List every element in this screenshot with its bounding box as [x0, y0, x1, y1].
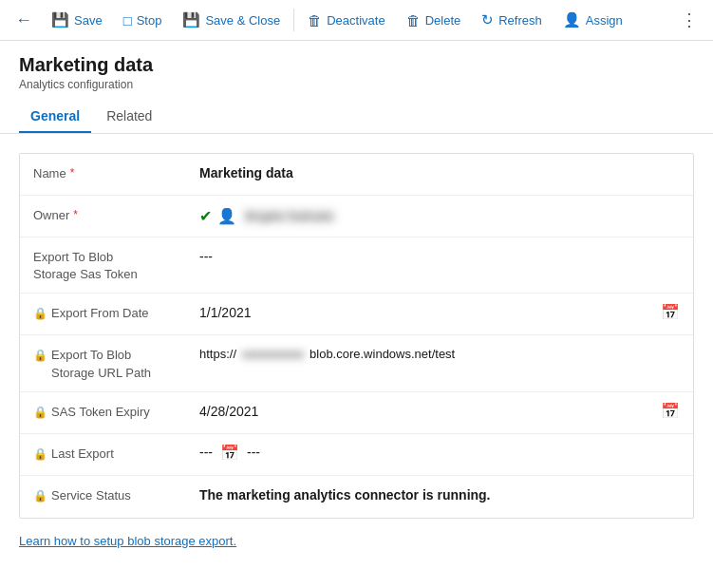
assign-label: Assign — [586, 13, 623, 28]
last-export-value1: --- — [199, 445, 213, 460]
field-owner-label: Owner * — [33, 205, 199, 224]
field-name-row: Name * Marketing data — [20, 154, 693, 196]
save-close-icon: 💾 — [182, 11, 200, 28]
field-export-from-date-value[interactable]: 1/1/2021 — [199, 303, 661, 320]
url-suffix: blob.core.windows.net/test — [310, 347, 455, 361]
field-url-path-value[interactable]: https://xxxxxxxxxxblob.core.windows.net/… — [199, 345, 680, 361]
field-url-path-row: 🔒 Export To BlobStorage URL Path https:/… — [20, 335, 693, 391]
save-icon: 💾 — [51, 11, 69, 28]
last-export-value2: --- — [247, 445, 260, 460]
field-owner-row: Owner * ✔ 👤 Brigitte Nathalie — [20, 196, 693, 237]
field-owner-value: ✔ 👤 Brigitte Nathalie — [199, 205, 680, 225]
required-star-owner: * — [73, 207, 78, 223]
deactivate-button[interactable]: 🗑 Deactivate — [298, 7, 394, 34]
refresh-button[interactable]: ↻ Refresh — [472, 6, 552, 34]
tab-related[interactable]: Related — [95, 101, 163, 133]
lock-icon-url-path: 🔒 — [33, 348, 47, 364]
stop-button[interactable]: □ Stop — [114, 7, 172, 34]
field-name-value[interactable]: Marketing data — [199, 163, 680, 180]
page-title: Marketing data — [19, 54, 694, 76]
toolbar: ← 💾 Save □ Stop 💾 Save & Close 🗑 Deactiv… — [0, 0, 713, 41]
save-button[interactable]: 💾 Save — [42, 6, 112, 34]
field-service-status-row: 🔒 Service Status The marketing analytics… — [20, 476, 693, 518]
stop-icon: □ — [123, 12, 132, 28]
field-sas-token-label: Export To BlobStorage Sas Token — [33, 247, 199, 283]
more-icon: ⋮ — [681, 10, 698, 29]
required-star-name: * — [70, 165, 75, 181]
refresh-label: Refresh — [498, 13, 542, 28]
assign-button[interactable]: 👤 Assign — [554, 6, 632, 34]
more-button[interactable]: ⋮ — [673, 4, 705, 36]
field-last-export-row: 🔒 Last Export --- 📅 --- — [20, 434, 693, 476]
field-sas-token-row: Export To BlobStorage Sas Token --- — [20, 237, 693, 294]
field-url-path-label: 🔒 Export To BlobStorage URL Path — [33, 345, 199, 381]
field-export-from-date-label: 🔒 Export From Date — [33, 303, 199, 322]
lock-icon-service-status: 🔒 — [33, 488, 47, 504]
field-service-status-label: 🔒 Service Status — [33, 485, 199, 504]
back-button[interactable]: ← — [8, 5, 40, 36]
field-sas-token-value[interactable]: --- — [199, 247, 680, 264]
deactivate-icon: 🗑 — [308, 12, 322, 28]
delete-button[interactable]: 🗑 Delete — [397, 7, 471, 34]
field-last-export-label: 🔒 Last Export — [33, 444, 199, 463]
deactivate-label: Deactivate — [327, 13, 385, 28]
field-sas-expiry-value[interactable]: 4/28/2021 — [199, 402, 661, 419]
save-close-label: Save & Close — [205, 13, 280, 28]
field-sas-expiry-row: 🔒 SAS Token Expiry 4/28/2021 📅 — [20, 392, 693, 434]
page-header: Marketing data Analytics configuration — [0, 41, 713, 91]
learn-link[interactable]: Learn how to setup blob storage export. — [19, 534, 236, 548]
lock-icon-export-from: 🔒 — [33, 306, 47, 322]
toolbar-divider-1 — [293, 9, 294, 31]
form-section: Name * Marketing data Owner * ✔ 👤 Brigit… — [19, 153, 694, 519]
field-last-export-value: --- 📅 --- — [199, 444, 680, 462]
save-close-button[interactable]: 💾 Save & Close — [173, 6, 290, 34]
delete-label: Delete — [425, 13, 461, 28]
lock-icon-last-export: 🔒 — [33, 446, 47, 463]
form-area: Name * Marketing data Owner * ✔ 👤 Brigit… — [0, 134, 713, 567]
stop-label: Stop — [137, 13, 162, 28]
url-blurred-part: xxxxxxxxxx — [242, 347, 304, 361]
assign-icon: 👤 — [563, 11, 581, 28]
tab-general[interactable]: General — [19, 101, 91, 133]
owner-name-text[interactable]: Brigitte Nathalie — [242, 208, 337, 224]
owner-person-icon: 👤 — [217, 207, 236, 225]
page-subtitle: Analytics configuration — [19, 78, 694, 91]
save-label: Save — [74, 13, 103, 28]
delete-icon: 🗑 — [406, 12, 421, 28]
field-service-status-value: The marketing analytics connector is run… — [199, 485, 680, 503]
field-export-from-date-row: 🔒 Export From Date 1/1/2021 📅 — [20, 294, 693, 335]
calendar-icon-sas-expiry[interactable]: 📅 — [661, 402, 680, 420]
field-name-label: Name * — [33, 163, 199, 182]
tab-bar: General Related — [0, 101, 713, 134]
refresh-icon: ↻ — [481, 11, 494, 28]
calendar-icon-export-from[interactable]: 📅 — [661, 303, 680, 321]
owner-check-icon: ✔ — [199, 207, 212, 225]
calendar-icon-last-export[interactable]: 📅 — [220, 444, 239, 462]
url-prefix: https:// — [199, 347, 236, 361]
lock-icon-sas-expiry: 🔒 — [33, 405, 47, 421]
field-sas-expiry-label: 🔒 SAS Token Expiry — [33, 402, 199, 421]
